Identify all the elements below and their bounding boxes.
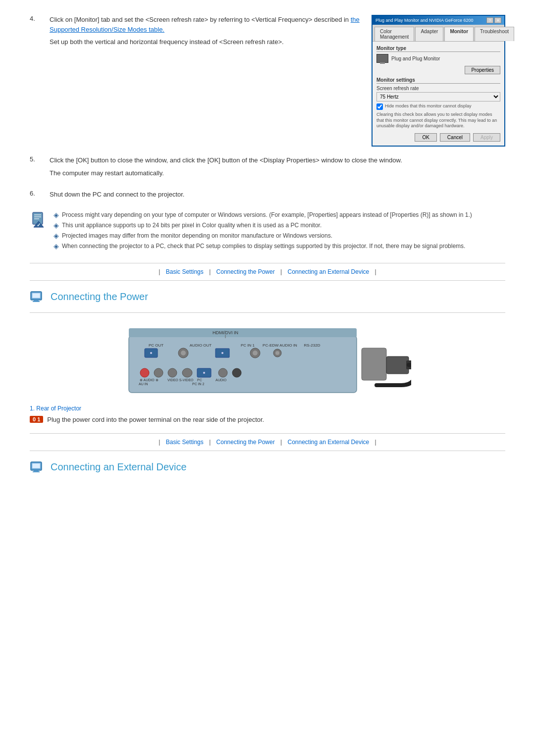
- step-6-content: Shut down the PC and connect to the proj…: [50, 190, 505, 202]
- step-4-text: Click on [Monitor] tab and set the <Scre…: [50, 15, 362, 50]
- svg-rect-49: [33, 471, 40, 472]
- section1-heading: Connecting the Power: [30, 291, 505, 303]
- projector-diagram: HDMI/DVI IN PC OUT AUDIO OUT PC IN 1 PC-…: [124, 321, 411, 400]
- hide-modes-checkbox[interactable]: [376, 103, 383, 110]
- svg-text:AUDIO OUT: AUDIO OUT: [190, 343, 212, 348]
- tip-icon: ✓: [30, 211, 48, 229]
- svg-point-28: [275, 351, 279, 355]
- svg-point-22: [181, 351, 186, 355]
- dialog-body: Monitor type Plug and Plug Monitor Prope…: [373, 42, 504, 146]
- tip-text-2: Projected images may differ from the mon…: [62, 232, 332, 239]
- projector-diagram-wrapper: HDMI/DVI IN PC OUT AUDIO OUT PC IN 1 PC-…: [30, 321, 505, 400]
- dialog-title-buttons[interactable]: ? ✕: [486, 17, 501, 23]
- svg-rect-3: [34, 218, 39, 219]
- svg-point-24: [221, 352, 223, 354]
- svg-point-26: [253, 351, 258, 355]
- svg-text:VIDEO S-VIDEO: VIDEO S-VIDEO: [167, 378, 194, 382]
- monitor-settings-label: Monitor settings: [376, 77, 500, 84]
- step-5-para2: The computer may restart automatically.: [50, 168, 505, 178]
- tip-bullet-0: ◈: [54, 211, 59, 219]
- tip-item-0: ◈ Process might vary depending on your t…: [54, 211, 505, 219]
- monitor-type-label: Monitor type: [376, 46, 500, 52]
- svg-rect-1: [34, 214, 41, 215]
- nav-bar-2: | Basic Settings | Connecting the Power …: [30, 433, 505, 451]
- svg-rect-32: [182, 368, 192, 377]
- svg-text:PC IN 1: PC IN 1: [241, 343, 255, 348]
- svg-rect-48: [34, 470, 39, 471]
- step-6-para: Shut down the PC and connect to the proj…: [50, 190, 505, 200]
- step-01-text: Plug the power cord into the power termi…: [47, 416, 264, 423]
- rear-label: 1. Rear of Projector: [30, 405, 505, 412]
- refresh-rate-label: Screen refresh rate: [376, 86, 500, 91]
- section2-title: Connecting an External Device: [51, 461, 187, 473]
- nav2-link3[interactable]: Connecting an External Device: [287, 439, 369, 446]
- monitor-item: Plug and Plug Monitor: [376, 54, 500, 63]
- tip-bullet-3: ◈: [54, 242, 59, 250]
- step-6-block: 6. Shut down the PC and connect to the p…: [30, 190, 505, 202]
- nav1-link1[interactable]: Basic Settings: [166, 268, 204, 275]
- page-content: 4. Click on [Monitor] tab and set the <S…: [0, 0, 535, 498]
- nav2-sep4: |: [375, 439, 376, 446]
- svg-text:⊕ AUDIO ⊕: ⊕ AUDIO ⊕: [140, 378, 159, 382]
- nav-bar-1: | Basic Settings | Connecting the Power …: [30, 263, 505, 281]
- checkbox-row[interactable]: Hide modes that this monitor cannot disp…: [376, 103, 500, 110]
- svg-text:RS-232D: RS-232D: [304, 343, 321, 348]
- step-5-content: Click the [OK] button to close the windo…: [50, 155, 505, 181]
- step-5-num: 5.: [30, 155, 50, 163]
- svg-text:AUDIO: AUDIO: [215, 378, 227, 382]
- svg-rect-44: [386, 356, 409, 374]
- refresh-rate-select[interactable]: 75 Hertz: [376, 92, 500, 101]
- dialog-close-btn[interactable]: ✕: [494, 17, 501, 23]
- nav1-sep4: |: [375, 268, 376, 275]
- svg-rect-43: [362, 348, 386, 380]
- step-5-block: 5. Click the [OK] button to close the wi…: [30, 155, 505, 181]
- properties-button[interactable]: Properties: [465, 66, 500, 74]
- svg-point-35: [218, 368, 227, 377]
- nav2-sep2: |: [209, 439, 211, 446]
- nav2-link2[interactable]: Connecting the Power: [216, 439, 275, 446]
- tab-color-management[interactable]: Color Management: [374, 27, 414, 41]
- dialog-title-bar: Plug and Play Monitor and NVIDIA GeForce…: [373, 16, 504, 25]
- step-4-text1: Click on [Monitor] tab and set the <Scre…: [50, 16, 351, 23]
- svg-rect-9: [33, 301, 40, 302]
- nav1-sep1: |: [159, 268, 160, 275]
- tab-monitor[interactable]: Monitor: [444, 27, 474, 41]
- section1-rule: [30, 312, 505, 313]
- nav1-sep2: |: [209, 268, 211, 275]
- monitor-icon: [376, 54, 388, 63]
- step-4-num: 4.: [30, 15, 50, 22]
- nav1-sep3: |: [280, 268, 282, 275]
- nav1-link3[interactable]: Connecting an External Device: [287, 268, 369, 275]
- cancel-button[interactable]: Cancel: [440, 133, 470, 142]
- svg-point-30: [154, 368, 163, 377]
- step-4-block: 4. Click on [Monitor] tab and set the <S…: [30, 15, 505, 147]
- svg-text:PC: PC: [197, 378, 202, 382]
- dialog-help-btn[interactable]: ?: [486, 17, 493, 23]
- svg-text:HDMI/DVI IN: HDMI/DVI IN: [213, 330, 238, 335]
- dialog-tabs: Color Management Adapter Monitor Trouble…: [373, 25, 504, 42]
- svg-text:PC OUT: PC OUT: [149, 343, 163, 348]
- section1-title: Connecting the Power: [51, 291, 148, 302]
- step-5-para1: Click the [OK] button to close the windo…: [50, 155, 505, 165]
- step-4-with-image: Click on [Monitor] tab and set the <Scre…: [50, 15, 505, 147]
- svg-point-20: [150, 352, 152, 354]
- step-4-content: Click on [Monitor] tab and set the <Scre…: [50, 15, 505, 147]
- svg-point-36: [232, 368, 241, 377]
- nav2-link1[interactable]: Basic Settings: [166, 439, 204, 446]
- nav1-link2[interactable]: Connecting the Power: [216, 268, 275, 275]
- svg-point-31: [168, 368, 177, 377]
- tip-text-3: When connecting the projector to a PC, c…: [62, 243, 465, 250]
- ok-button[interactable]: OK: [415, 133, 436, 142]
- dialog-title: Plug and Play Monitor and NVIDIA GeForce…: [375, 18, 475, 23]
- tab-adapter[interactable]: Adapter: [415, 27, 443, 41]
- tip-item-1: ◈ This unit appliance supports up to 24 …: [54, 222, 505, 229]
- apply-button[interactable]: Apply: [473, 133, 500, 142]
- monitor-dialog: Plug and Play Monitor and NVIDIA GeForce…: [372, 15, 505, 147]
- section1-icon: [30, 291, 46, 303]
- tip-item-2: ◈ Projected images may differ from the m…: [54, 232, 505, 240]
- tip-bullet-1: ◈: [54, 221, 59, 229]
- svg-text:✓: ✓: [37, 222, 41, 228]
- tab-troubleshoot[interactable]: Troubleshoot: [475, 27, 514, 41]
- step-4-para1: Click on [Monitor] tab and set the <Scre…: [50, 15, 362, 34]
- svg-point-34: [203, 372, 205, 374]
